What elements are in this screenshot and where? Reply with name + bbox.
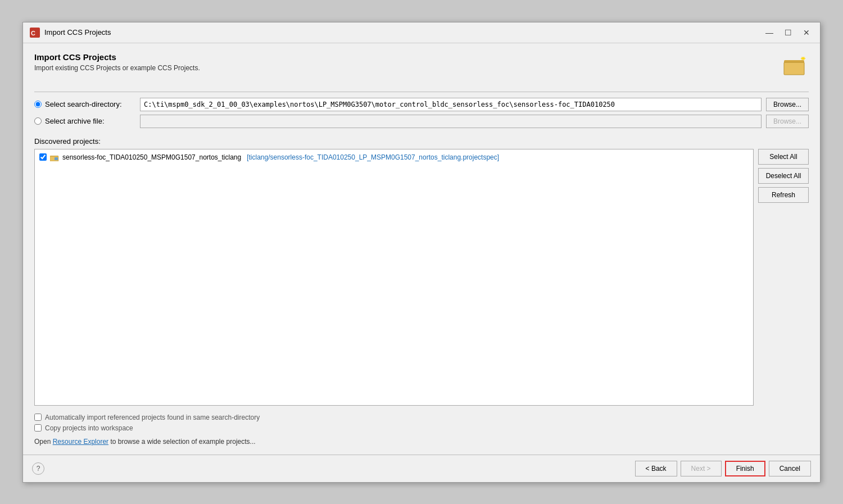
svg-text:C: C <box>31 30 35 37</box>
footer-left: ? <box>32 462 44 475</box>
cancel-button[interactable]: Cancel <box>769 461 811 476</box>
archive-file-radio-label[interactable]: Select archive file: <box>34 117 135 125</box>
import-ccs-projects-dialog: C Import CCS Projects — ☐ ✕ Import CCS P… <box>22 22 821 483</box>
options-section: Automatically import referenced projects… <box>34 414 809 446</box>
resource-row: Open Resource Explorer to browse a wide … <box>34 438 809 446</box>
dialog-header: Import CCS Projects Import existing CCS … <box>34 52 809 79</box>
svg-rect-12 <box>55 157 58 160</box>
dialog-footer: ? < Back Next > Finish Cancel <box>23 455 820 482</box>
wizard-icon <box>782 52 809 79</box>
header-separator <box>34 92 809 92</box>
finish-button[interactable]: Finish <box>725 461 765 476</box>
title-bar-left: C Import CCS Projects <box>30 28 111 38</box>
archive-file-input[interactable] <box>140 115 762 128</box>
dialog-title: Import CCS Projects <box>44 28 111 37</box>
project-path: [ticlang/sensorless-foc_TIDA010250_LP_MS… <box>247 153 499 161</box>
subtitle: Import existing CCS Projects or example … <box>34 64 200 72</box>
deselect-all-button[interactable]: Deselect All <box>758 168 809 184</box>
title-bar: C Import CCS Projects — ☐ ✕ <box>23 22 820 43</box>
help-button[interactable]: ? <box>32 462 44 475</box>
discovered-projects-label: Discovered projects: <box>34 137 809 146</box>
project-name: sensorless-foc_TIDA010250_MSPM0G1507_nor… <box>62 153 241 161</box>
auto-import-checkbox[interactable] <box>34 414 42 421</box>
header-text: Import CCS Projects Import existing CCS … <box>34 52 200 72</box>
projects-list[interactable]: sensorless-foc_TIDA010250_MSPM0G1507_nor… <box>34 149 754 406</box>
svg-rect-3 <box>784 62 804 75</box>
copy-projects-label: Copy projects into workspace <box>45 424 133 432</box>
projects-area: sensorless-foc_TIDA010250_MSPM0G1507_nor… <box>34 149 809 406</box>
next-button[interactable]: Next > <box>681 461 722 476</box>
resource-text: Open <box>34 438 51 446</box>
archive-file-browse-button: Browse... <box>766 115 809 128</box>
archive-file-row: Select archive file: Browse... <box>34 115 809 128</box>
resource-suffix: to browse a wide selection of example pr… <box>110 438 255 446</box>
search-dir-radio[interactable] <box>34 101 42 108</box>
archive-file-label: Select archive file: <box>45 117 105 125</box>
back-button[interactable]: < Back <box>635 461 677 476</box>
ccs-logo-icon: C <box>30 28 40 38</box>
project-folder-icon <box>50 153 59 161</box>
list-item[interactable]: sensorless-foc_TIDA010250_MSPM0G1507_nor… <box>37 152 751 163</box>
title-bar-controls: — ☐ ✕ <box>762 27 813 38</box>
maximize-button[interactable]: ☐ <box>781 27 795 38</box>
main-title: Import CCS Projects <box>34 52 200 62</box>
auto-import-row[interactable]: Automatically import referenced projects… <box>34 414 809 421</box>
copy-projects-checkbox[interactable] <box>34 424 42 432</box>
project-checkbox[interactable] <box>39 153 47 161</box>
search-dir-row: Select search-directory: Browse... <box>34 98 809 111</box>
copy-projects-row[interactable]: Copy projects into workspace <box>34 424 809 432</box>
dialog-body: Import CCS Projects Import existing CCS … <box>23 43 820 455</box>
search-dir-browse-button[interactable]: Browse... <box>766 98 809 111</box>
minimize-button[interactable]: — <box>762 27 777 38</box>
search-dir-label: Select search-directory: <box>45 100 122 108</box>
select-all-button[interactable]: Select All <box>758 149 809 165</box>
auto-import-label: Automatically import referenced projects… <box>45 414 260 421</box>
search-dir-input[interactable] <box>140 98 762 111</box>
refresh-button[interactable]: Refresh <box>758 187 809 203</box>
search-dir-radio-label[interactable]: Select search-directory: <box>34 100 135 108</box>
close-button[interactable]: ✕ <box>800 27 813 38</box>
side-buttons: Select All Deselect All Refresh <box>758 149 809 406</box>
archive-file-radio[interactable] <box>34 117 42 125</box>
footer-right: < Back Next > Finish Cancel <box>635 461 811 476</box>
resource-explorer-link[interactable]: Resource Explorer <box>53 438 108 446</box>
